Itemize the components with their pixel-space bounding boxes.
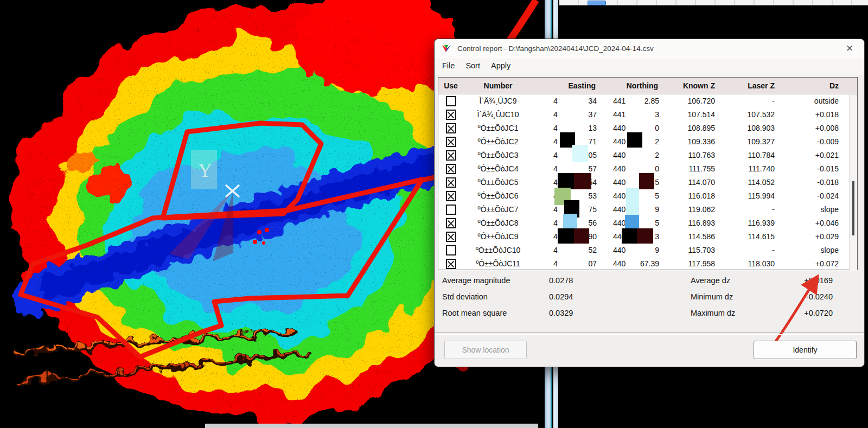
column-header-number[interactable]: Number [463, 78, 533, 94]
use-checkbox[interactable] [446, 177, 456, 188]
known-z-cell: 108.895 [660, 122, 717, 135]
table-row[interactable]: ºÓ±±ÕòJC14134400108.895108.903+0.008 [438, 122, 857, 135]
column-header-northing[interactable]: Northing [598, 78, 660, 94]
use-checkbox[interactable] [446, 96, 456, 106]
northing-cell: 4400 [598, 162, 660, 176]
dz-cell: -0.009 [777, 135, 841, 149]
table-row[interactable]: ºÓ±±ÕòJC1140744067.39117.958118.030+0.07… [438, 257, 857, 271]
easting-cell: 453 [533, 189, 598, 203]
column-header-known-z[interactable]: Known Z [660, 78, 717, 94]
table-row[interactable]: ºÓ±±ÕòJC74754409119.062-slope [438, 203, 857, 216]
table-row[interactable]: ºÓ±±ÕòJC44574400111.755111.740-0.015 [438, 162, 857, 176]
table-scrollbar[interactable] [849, 94, 857, 271]
titlebar[interactable]: Control report - D:\fangshan\20240414\JC… [435, 39, 864, 59]
menu-item-sort[interactable]: Sort [462, 59, 483, 70]
point-number: ºÓ±±ÕòJC11 [463, 257, 533, 271]
stat-label: Average dz [691, 272, 730, 289]
dz-cell: outside [777, 94, 841, 108]
stat-label: Root mean square [442, 305, 507, 321]
laser-z-cell: 108.903 [717, 122, 777, 135]
stat-label: Minimum dz [691, 289, 733, 305]
known-z-cell: 117.958 [660, 257, 717, 271]
use-checkbox[interactable] [446, 110, 456, 120]
window-title: Control report - D:\fangshan\20240414\JC… [457, 44, 654, 53]
known-z-cell: 116.893 [660, 216, 717, 230]
known-z-cell: 119.062 [660, 203, 717, 216]
use-checkbox[interactable] [446, 259, 456, 269]
point-number: ºÓ±±ÕòJC9 [463, 230, 533, 244]
use-checkbox[interactable] [446, 218, 456, 228]
column-header-use[interactable]: Use [438, 78, 463, 94]
laser-z-cell: 114.615 [717, 230, 777, 244]
laser-z-cell: 118.030 [717, 257, 777, 271]
dz-cell: +0.046 [777, 216, 841, 230]
table-header-row: UseNumberEastingNorthingKnown ZLaser ZDz [438, 78, 857, 94]
northing-cell: 4402 [598, 149, 660, 162]
table-row[interactable]: ºÓ±±ÕòJC94904403114.586114.615+0.029 [438, 230, 857, 244]
svg-text:Y: Y [198, 159, 212, 181]
use-checkbox[interactable] [446, 150, 456, 161]
column-header-dz[interactable]: Dz [777, 78, 841, 94]
taskbar-sliver [205, 424, 538, 428]
scrollbar-thumb[interactable] [852, 181, 854, 235]
easting-cell: 405 [533, 149, 598, 162]
table-row[interactable]: ºÓ±±ÕòJC34054402110.763110.784+0.021 [438, 149, 857, 162]
point-number: ºÓ±±ÕòJC3 [463, 149, 533, 162]
laser-z-cell: 110.784 [717, 149, 777, 162]
table-row[interactable]: ºÓ±±ÕòJC24714402109.336109.327-0.009 [438, 135, 857, 149]
column-header-laser-z[interactable]: Laser Z [717, 78, 777, 94]
point-number: ºÓ±±ÕòJC7 [463, 203, 533, 216]
menu-item-file[interactable]: File [439, 59, 458, 70]
stat-label: Std deviation [442, 289, 488, 305]
identify-button[interactable]: Identify [754, 341, 857, 359]
table-row[interactable]: ºÓ±±ÕòJC54544405114.070114.052-0.018 [438, 176, 857, 189]
use-checkbox[interactable] [446, 245, 456, 255]
dz-cell: -0.015 [777, 162, 841, 176]
laser-z-cell: 114.052 [717, 176, 777, 189]
control-report-window: Control report - D:\fangshan\20240414\JC… [434, 39, 865, 367]
use-checkbox[interactable] [446, 205, 456, 215]
known-z-cell: 111.755 [660, 162, 717, 176]
statistics-panel: Average magnitude0.0278Average dz+0.0169… [442, 272, 857, 327]
easting-cell: 490 [533, 230, 598, 244]
point-number: Ì´Ä¾¸ÛJC10 [463, 108, 533, 122]
table-row[interactable]: ºÓ±±ÕòJC84564405116.893116.939+0.046 [438, 216, 857, 230]
menu-item-apply[interactable]: Apply [488, 59, 514, 70]
close-icon[interactable]: ✕ [844, 43, 856, 55]
top-toolbar-sliver [559, 0, 868, 5]
dz-cell: +0.008 [777, 122, 841, 135]
laser-z-cell: 109.327 [717, 135, 777, 149]
use-checkbox[interactable] [446, 137, 456, 147]
dz-cell: +0.018 [777, 108, 841, 122]
show-location-button[interactable]: Show location [444, 341, 527, 359]
stat-label: Maximum dz [691, 305, 735, 321]
stat-label: Average magnitude [442, 272, 510, 289]
use-checkbox[interactable] [446, 191, 456, 201]
easting-cell: 413 [533, 122, 598, 135]
dz-cell: slope [777, 203, 841, 216]
northing-cell: 4413 [598, 108, 660, 122]
table-row[interactable]: Ì´Ä¾¸ÛJC104374413107.514107.532+0.018 [438, 108, 857, 122]
easting-cell: 471 [533, 135, 598, 149]
point-number: ºÓ±±ÕòJC1 [463, 122, 533, 135]
stat-value: 0.0329 [549, 305, 573, 321]
easting-cell: 475 [533, 203, 598, 216]
laser-z-cell: - [717, 244, 777, 257]
use-checkbox[interactable] [446, 164, 456, 174]
stat-value: 0.0294 [549, 289, 573, 305]
point-number: ºÓ±±ÕòJC2 [463, 135, 533, 149]
toolbar-active-tool[interactable] [588, 1, 606, 5]
column-header-easting[interactable]: Easting [533, 78, 598, 94]
known-z-cell: 110.763 [660, 149, 717, 162]
easting-cell: 452 [533, 244, 598, 257]
table-row[interactable]: Ì´Ä¾¸ÛJC94344412.85106.720-outside [438, 94, 857, 108]
northing-cell: 4405 [598, 189, 660, 203]
stat-value: -0.0240 [784, 289, 833, 305]
use-checkbox[interactable] [446, 232, 456, 242]
use-checkbox[interactable] [446, 123, 456, 133]
point-number: ºÓ±±ÕòJC8 [463, 216, 533, 230]
northing-cell: 4405 [598, 176, 660, 189]
table-row[interactable]: ºÓ±±ÕòJC104524409115.703-slope [438, 244, 857, 257]
table-row[interactable]: ºÓ±±ÕòJC64534405116.018115.994-0.024 [438, 189, 857, 203]
app-icon [442, 44, 452, 53]
